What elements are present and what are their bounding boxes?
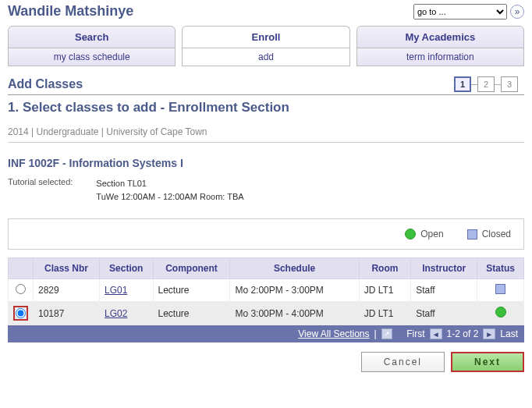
pager-last[interactable]: Last [500, 328, 518, 339]
page-title: Add Classes [8, 77, 524, 91]
prev-page-icon[interactable]: ◄ [430, 328, 442, 339]
legend-open-label: Open [420, 229, 443, 239]
pager-first[interactable]: First [406, 328, 424, 339]
cancel-button[interactable]: Cancel [361, 352, 445, 372]
col-class-nbr: Class Nbr [34, 258, 100, 279]
col-component: Component [153, 258, 230, 279]
cell-schedule: Mo 2:00PM - 3:00PM [230, 279, 359, 302]
col-status: Status [477, 258, 524, 279]
cell-component: Lecture [153, 279, 230, 302]
subtab-my-class-schedule[interactable]: my class schedule [8, 48, 176, 66]
view-all-sections-link[interactable]: View All Sections [298, 328, 369, 339]
cell-component: Lecture [153, 301, 230, 325]
expand-icon[interactable]: ↗ [381, 328, 392, 339]
pager-bar: View All Sections | ↗ First ◄ 1-2 of 2 ►… [8, 325, 524, 342]
table-row: 10187LG02LectureMo 3:00PM - 4:00PMJD LT1… [9, 301, 524, 325]
select-class-radio[interactable] [16, 308, 26, 318]
tutorial-selected-label: Tutorial selected: [8, 177, 73, 203]
cell-instructor: Staff [411, 301, 477, 325]
cell-class-nbr: 2829 [34, 279, 100, 302]
class-table: Class Nbr Section Component Schedule Roo… [8, 257, 524, 325]
col-instructor: Instructor [411, 258, 477, 279]
tab-enroll[interactable]: Enroll [182, 26, 349, 48]
subtab-add[interactable]: add [182, 48, 349, 66]
pager-range: 1-2 of 2 [447, 328, 479, 339]
col-schedule: Schedule [230, 258, 359, 279]
table-row: 2829LG01LectureMo 2:00PM - 3:00PMJD LT1S… [9, 279, 524, 302]
step-1: 1 [454, 76, 471, 92]
tab-my-academics[interactable]: My Academics [356, 26, 524, 48]
col-section: Section [100, 258, 153, 279]
next-button[interactable]: Next [451, 352, 524, 372]
closed-status-icon [467, 229, 477, 239]
tab-search[interactable]: Search [8, 26, 176, 48]
user-name: Wandile Matshinye [8, 3, 133, 20]
section-link[interactable]: LG02 [105, 308, 127, 319]
tutorial-section: Section TL01 [96, 177, 243, 190]
next-page-icon[interactable]: ► [483, 328, 495, 339]
progress-steps: 1 2 3 [454, 76, 518, 92]
cell-class-nbr: 10187 [34, 301, 100, 325]
step-3: 3 [501, 76, 518, 92]
closed-status-icon [495, 284, 505, 294]
tutorial-detail: TuWe 12:00AM - 12:00AM Room: TBA [96, 190, 243, 204]
go-icon[interactable]: » [510, 5, 524, 19]
subtab-term-information[interactable]: term information [356, 48, 524, 66]
term-line: 2014 | Undergraduate | University of Cap… [8, 126, 524, 143]
section-link[interactable]: LG01 [105, 285, 127, 296]
legend-closed-label: Closed [482, 229, 511, 239]
col-select [9, 258, 34, 279]
cell-instructor: Staff [411, 279, 477, 302]
select-class-radio[interactable] [16, 284, 26, 294]
cell-room: JD LT1 [359, 279, 410, 302]
col-room: Room [359, 258, 410, 279]
goto-select[interactable]: go to ... [413, 4, 507, 20]
section-heading: 1. Select classes to add - Enrollment Se… [8, 100, 524, 115]
cell-room: JD LT1 [359, 301, 410, 325]
open-status-icon [405, 229, 416, 239]
course-title: INF 1002F - Information Systems I [8, 157, 524, 169]
step-2: 2 [477, 76, 495, 92]
open-status-icon [495, 307, 506, 318]
cell-schedule: Mo 3:00PM - 4:00PM [230, 301, 359, 325]
legend-box: Open Closed [8, 218, 524, 250]
